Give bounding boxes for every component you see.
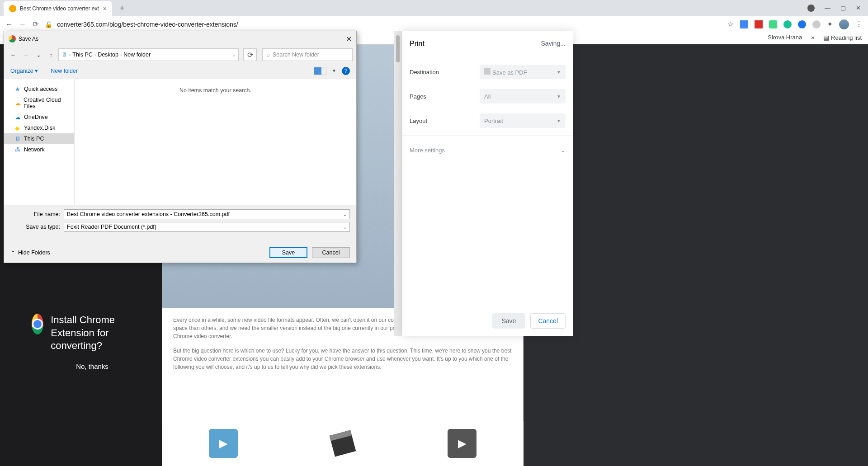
save-as-dialog: Save As ✕ ← → ⌄ ↑ 🖥 › This PC › Desktop … [4,31,357,263]
save-fields: File name: Best Chrome video converter e… [4,205,356,239]
breadcrumb-segment[interactable]: This PC [72,52,92,58]
print-save-button[interactable]: Save [492,313,525,329]
toolbar: ← → ⟳ 🔒 converter365.com/blog/best-chrom… [0,16,868,33]
view-mode-button[interactable] [314,67,326,75]
new-folder-button[interactable]: New folder [51,68,78,74]
ext-camera-icon[interactable] [740,20,748,28]
print-row-pages: Pages All ▼ [410,84,566,108]
bookmark-overflow-icon[interactable]: » [811,34,814,41]
network-icon: 🖧 [15,146,21,153]
chevron-down-icon: ▼ [557,70,561,75]
more-settings-label: More settings [410,147,445,154]
dialog-titlebar: Save As ✕ [4,31,356,47]
ext-red-icon[interactable] [755,20,763,28]
chrome-logo-icon [32,314,43,334]
ext-grammarly-icon[interactable] [783,20,792,28]
hide-folders-label: Hide Folders [18,249,50,256]
close-window-icon[interactable]: ✕ [856,5,861,12]
extensions-icon[interactable]: ✦ [827,20,833,28]
dialog-title: Save As [19,36,38,42]
tab-title: Best Chrome video converter ext [20,5,99,12]
print-cancel-button[interactable]: Cancel [530,313,566,329]
ext-grey-icon[interactable] [812,20,821,28]
ext-android-icon[interactable] [769,20,777,28]
pc-icon: 🖥 [15,136,21,142]
nav-recent-icon[interactable]: ⌄ [33,52,44,58]
destination-value: Save as PDF [492,69,527,76]
reading-list-icon: ▤ [823,34,829,41]
refresh-button[interactable]: ⟳ [243,48,257,61]
tree-item-network[interactable]: 🖧Network [4,144,74,155]
destination-dropdown[interactable]: Save as PDF ▼ [480,65,566,79]
print-label-layout: Layout [410,118,427,124]
chevron-down-icon: ⌄ [561,147,566,154]
kebab-menu-icon[interactable]: ⋮ [855,20,863,28]
tree-item-quick-access[interactable]: ★Quick access [4,84,74,94]
tree-label: OneDrive [24,114,48,120]
chevron-down-icon[interactable]: ⌄ [232,52,236,57]
star-icon: ★ [15,86,21,92]
conversion-graphic: ▶ ▶ [162,421,524,466]
bookmark-item[interactable]: Sirova Hrana [768,34,802,41]
tree-item-yandex[interactable]: ◆Yandex.Disk [4,122,74,133]
breadcrumb-segment[interactable]: New folder [123,52,151,58]
profile-avatar[interactable] [839,19,849,29]
chevron-up-icon: ⌃ [10,249,15,256]
tree-label: Yandex.Disk [24,125,55,131]
help-icon[interactable]: ? [342,67,350,75]
pages-dropdown[interactable]: All ▼ [480,89,566,104]
filename-label: File name: [10,211,60,217]
star-icon[interactable]: ☆ [727,20,734,28]
disk-icon: ◆ [15,125,21,131]
folder-tree: ★Quick access ☁Creative Cloud Files ☁One… [4,79,75,205]
dialog-footer: ⌃ Hide Folders Save Cancel [4,239,356,263]
preview-scroll-thumb[interactable] [396,35,400,62]
more-settings-toggle[interactable]: More settings ⌄ [402,136,573,165]
back-icon[interactable]: ← [5,20,13,28]
tree-item-ccf[interactable]: ☁Creative Cloud Files [4,94,74,112]
cancel-button[interactable]: Cancel [312,247,350,258]
close-dialog-icon[interactable]: ✕ [346,35,352,43]
organize-menu[interactable]: Organize ▾ [10,67,38,74]
reload-icon[interactable]: ⟳ [33,20,38,28]
nav-back-icon[interactable]: ← [8,52,19,58]
browser-tab[interactable]: Best Chrome video converter ext × [4,1,112,16]
chevron-down-icon[interactable]: ⌄ [343,225,347,230]
breadcrumb[interactable]: 🖥 › This PC › Desktop › New folder ⌄ [58,48,239,61]
close-tab-icon[interactable]: × [103,5,107,12]
save-button[interactable]: Save [269,247,307,258]
tree-item-onedrive[interactable]: ☁OneDrive [4,112,74,122]
ext-blue-icon[interactable] [798,20,806,28]
file-list: No items match your search. [75,79,356,205]
search-input[interactable]: ⌕ Search New folder [262,48,353,61]
layout-value: Portrait [484,118,503,124]
search-icon: ⌕ [266,52,270,58]
print-row-destination: Destination Save as PDF ▼ [410,60,566,84]
nav-forward-icon[interactable]: → [20,52,31,58]
tree-label: This PC [24,136,44,142]
minimize-icon[interactable]: — [825,5,830,12]
favicon-icon [9,5,16,12]
article-paragraph: But the big question here is which one t… [173,347,512,371]
breadcrumb-segment[interactable]: Desktop [98,52,118,58]
chevron-right-icon: › [120,52,122,57]
tree-item-this-pc[interactable]: 🖥This PC [4,133,74,144]
chevron-down-icon[interactable]: ▼ [332,68,336,73]
layout-dropdown[interactable]: Portrait ▼ [480,113,566,128]
nav-up-icon[interactable]: ↑ [46,52,57,58]
window-controls: — ▢ ✕ [807,5,868,12]
savetype-dropdown[interactable]: Foxit Reader PDF Document (*.pdf) ⌄ [64,222,350,232]
address-bar[interactable]: 🔒 converter365.com/blog/best-chrome-vide… [45,21,238,28]
pdf-icon [484,68,491,75]
guest-icon[interactable] [807,5,815,12]
new-tab-button[interactable]: + [116,2,128,14]
chevron-down-icon[interactable]: ⌄ [343,212,347,217]
reading-list-button[interactable]: ▤ Reading list [823,34,862,41]
filename-input[interactable]: Best Chrome video converter extensions -… [64,209,350,219]
maximize-icon[interactable]: ▢ [840,5,846,12]
savetype-row: Save as type: Foxit Reader PDF Document … [10,222,350,232]
no-thanks-link[interactable]: No, thanks [32,362,153,370]
forward-icon[interactable]: → [19,20,26,28]
hide-folders-toggle[interactable]: ⌃ Hide Folders [10,249,50,256]
pc-icon: 🖥 [61,52,67,58]
